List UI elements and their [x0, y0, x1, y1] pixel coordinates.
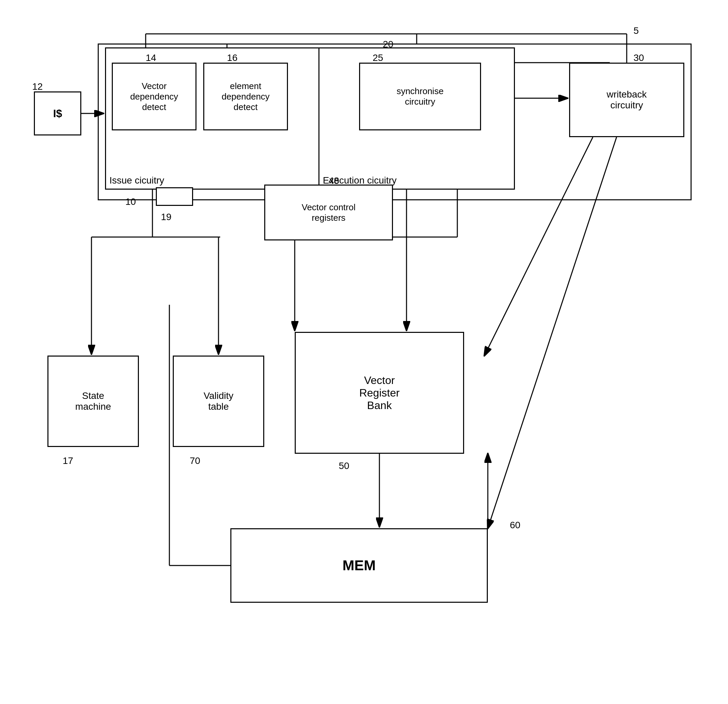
writeback-box: writeback circuitry [569, 63, 684, 137]
svg-line-25 [488, 137, 617, 528]
diagram: I$ 12 Issue cicuitry 10 Vector dependenc… [0, 0, 728, 704]
ref-16: 16 [227, 52, 237, 63]
mem-box: MEM [230, 528, 488, 603]
ref-30: 30 [634, 52, 644, 63]
vector-control-box: Vector control registers [264, 185, 393, 241]
ref-5: 5 [634, 25, 639, 36]
i-cache-box: I$ [34, 91, 81, 136]
ref-14: 14 [146, 52, 156, 63]
ref-20: 20 [383, 39, 393, 50]
ref-17: 17 [63, 456, 73, 466]
ref-60: 60 [510, 520, 520, 531]
vector-register-box: Vector Register Bank [295, 332, 464, 454]
synchronise-box: synchronise circuitry [359, 63, 481, 130]
ref-70: 70 [190, 456, 200, 466]
ref-50: 50 [339, 460, 349, 471]
ref-10: 10 [125, 196, 136, 207]
validity-table-box: Validity table [173, 356, 264, 447]
element-dep-box: element dependency detect [203, 63, 288, 130]
vector-dep-box: Vector dependency detect [112, 63, 196, 130]
ref-25: 25 [373, 52, 383, 63]
ref-19: 19 [161, 212, 171, 222]
small-box-19 [156, 187, 193, 206]
state-machine-box: State machine [48, 356, 139, 447]
ref-48: 48 [329, 175, 339, 186]
ref-12: 12 [32, 81, 43, 92]
